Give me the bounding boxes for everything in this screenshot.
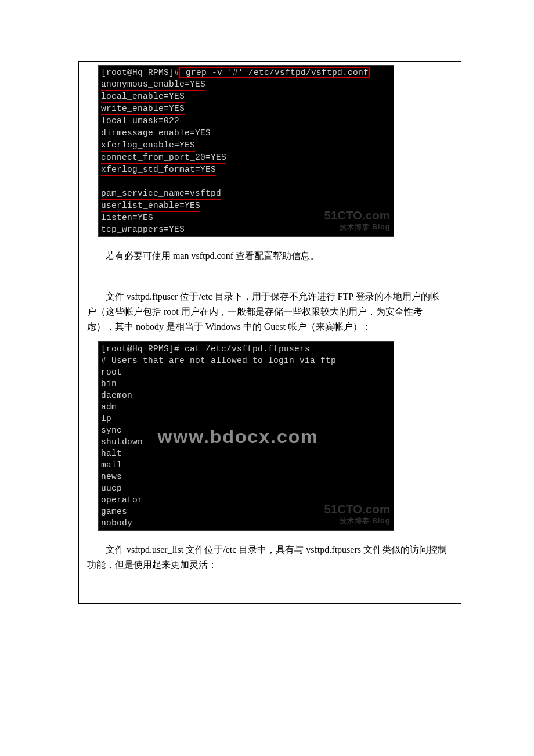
terminal-screenshot-1: [root@Hq RPMS]# grep -v '#' /etc/vsftpd/… (98, 65, 394, 237)
terminal-line: halt (101, 448, 391, 459)
prompt: [root@Hq RPMS]# (101, 344, 179, 354)
terminal-screenshot-2: www.bdocx.com [root@Hq RPMS]# cat /etc/v… (98, 341, 394, 531)
terminal-line: userlist_enable=YES (101, 200, 391, 212)
terminal-line: nobody (101, 517, 391, 529)
terminal-line-prompt: [root@Hq RPMS]# cat /etc/vsftpd.ftpusers (101, 343, 391, 355)
terminal-line: dirmessage_enable=YES (101, 127, 391, 139)
terminal-line-prompt: [root@Hq RPMS]# grep -v '#' /etc/vsftpd/… (101, 67, 391, 78)
terminal-line: bin (101, 378, 391, 390)
terminal-line (101, 176, 391, 188)
terminal-line: adm (101, 401, 391, 413)
terminal-line: xferlog_enable=YES (101, 139, 391, 152)
terminal-line: connect_from_port_20=YES (101, 152, 391, 164)
terminal-line: # Users that are not allowed to login vi… (101, 355, 391, 366)
terminal-line: operator (101, 494, 391, 506)
highlighted-command: grep -v '#' /etc/vsftpd/vsftpd.conf (179, 67, 370, 78)
terminal-line: local_umask=022 (101, 115, 391, 127)
terminal-line: daemon (101, 390, 391, 401)
terminal-line: shutdown (101, 436, 391, 448)
terminal-line: news (101, 471, 391, 483)
terminal-line: sync (101, 424, 391, 436)
terminal-line: uucp (101, 483, 391, 494)
terminal-line: anonymous_enable=YES (101, 78, 391, 91)
terminal-line: lp (101, 413, 391, 424)
terminal-line: mail (101, 459, 391, 471)
terminal-line: root (101, 366, 391, 378)
terminal-line: listen=YES (101, 212, 391, 224)
command: cat /etc/vsftpd.ftpusers (179, 344, 310, 354)
terminal-line: xferlog_std_format=YES (101, 164, 391, 176)
terminal-line: tcp_wrappers=YES (101, 224, 391, 235)
terminal-line: local_enable=YES (101, 91, 391, 103)
terminal-line: write_enable=YES (101, 103, 391, 115)
terminal-line: pam_service_name=vsftpd (101, 188, 391, 200)
paragraph-3: 文件 vsftpd.user_list 文件位于/etc 目录中，具有与 vsf… (87, 542, 447, 573)
prompt: [root@Hq RPMS]# (101, 68, 179, 77)
terminal-line: games (101, 506, 391, 517)
paragraph-2: 文件 vsftpd.ftpuser 位于/etc 目录下，用于保存不允许进行 F… (87, 289, 447, 334)
paragraph-1: 若有必要可使用 man vsftpd.conf 查看配置帮助信息。 (87, 249, 447, 264)
page-frame: [root@Hq RPMS]# grep -v '#' /etc/vsftpd/… (78, 61, 461, 604)
